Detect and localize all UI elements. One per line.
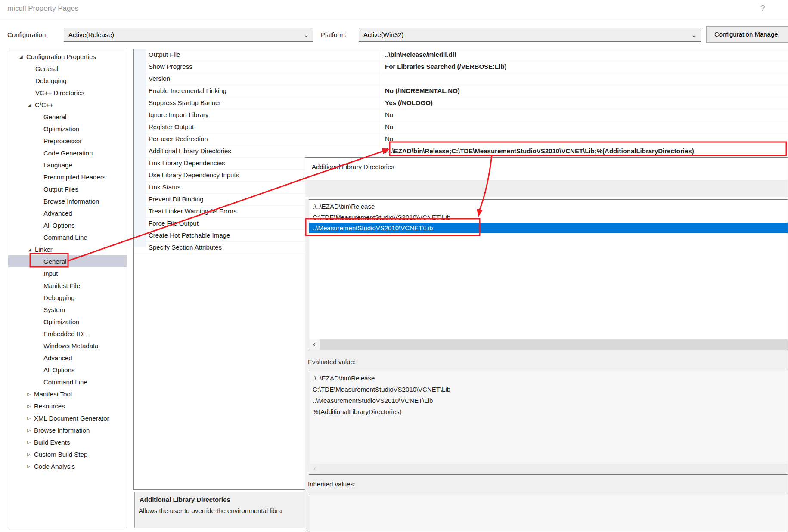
- tree-item[interactable]: Advanced: [8, 207, 127, 219]
- tree-expander-icon[interactable]: ▷: [27, 412, 34, 424]
- popup-title: Additional Library Directories: [312, 163, 394, 170]
- tree-item[interactable]: Debugging: [8, 291, 127, 303]
- tree-item-label: System: [43, 306, 65, 313]
- tree-item[interactable]: Input: [8, 267, 127, 279]
- tree-item-label: All Options: [43, 366, 75, 374]
- property-label: Suppress Startup Banner: [134, 97, 382, 109]
- tree-item[interactable]: All Options: [8, 364, 127, 376]
- tree-item[interactable]: Manifest File: [8, 279, 127, 291]
- tree-item[interactable]: Command Line: [8, 231, 127, 243]
- tree-item[interactable]: Output Files: [8, 183, 127, 195]
- tree-item[interactable]: General: [8, 255, 127, 267]
- tree-expander-icon[interactable]: ◢: [28, 244, 35, 256]
- tree-item[interactable]: All Options: [8, 219, 127, 231]
- property-value[interactable]: For Libraries Searched (/VERBOSE:Lib): [382, 61, 788, 73]
- property-value[interactable]: ..\bin\Release/micdll.dll: [382, 49, 788, 61]
- tree-item[interactable]: Advanced: [8, 352, 127, 364]
- property-row[interactable]: Suppress Startup Banner Yes (/NOLOGO): [134, 97, 788, 109]
- tree-item[interactable]: ▷Build Events: [8, 436, 127, 448]
- evaluated-line: ..\MeasurementStudioVS2010\VCNET\Lib: [313, 395, 788, 406]
- tree-item-label: Command Line: [43, 234, 87, 241]
- list-horizontal-scrollbar[interactable]: ‹: [309, 339, 788, 350]
- property-label: Version: [134, 73, 382, 85]
- tree-expander-icon[interactable]: ▷: [27, 424, 34, 436]
- property-row[interactable]: Ignore Import Library No: [134, 109, 788, 121]
- tree-expander-icon[interactable]: ▷: [27, 448, 34, 461]
- tree-item[interactable]: ▷Resources: [8, 400, 127, 412]
- tree-item[interactable]: ▷Manifest Tool: [8, 388, 127, 400]
- scroll-left-arrow-icon[interactable]: ‹: [310, 464, 320, 474]
- tree-expander-icon[interactable]: ◢: [19, 51, 26, 63]
- tree-item[interactable]: Debugging: [8, 74, 127, 87]
- platform-dropdown[interactable]: Active(Win32) ⌄: [359, 28, 701, 42]
- property-value[interactable]: No: [382, 133, 788, 145]
- tree-item[interactable]: Embedded IDL: [8, 328, 127, 340]
- property-label: Enable Incremental Linking: [134, 85, 382, 97]
- tree-expander-icon[interactable]: ▷: [27, 461, 34, 473]
- tree-item-label: General: [43, 113, 66, 121]
- tree-item[interactable]: Code Generation: [8, 147, 127, 159]
- tree-item[interactable]: Windows Metadata: [8, 340, 127, 352]
- evaluated-line: C:\TDE\MeasurementStudioVS2010\VCNET\Lib: [313, 384, 788, 395]
- tree-item[interactable]: Precompiled Headers: [8, 171, 127, 183]
- property-value[interactable]: No (/INCREMENTAL:NO): [382, 85, 788, 97]
- configuration-label: Configuration:: [7, 31, 47, 38]
- tree-item[interactable]: ◢C/C++: [8, 99, 127, 111]
- tree-item[interactable]: Optimization: [8, 315, 127, 328]
- tree-item-label: Optimization: [43, 125, 79, 133]
- tree-item[interactable]: General: [8, 62, 127, 74]
- chevron-down-icon: ⌄: [691, 28, 696, 41]
- property-row[interactable]: Output File ..\bin\Release/micdll.dll: [134, 49, 788, 61]
- tree-item[interactable]: VC++ Directories: [8, 87, 127, 99]
- tree-expander-icon[interactable]: ▷: [27, 436, 34, 448]
- tree-item-label: Resources: [34, 402, 65, 410]
- configuration-manager-button[interactable]: Configuration Manage: [706, 26, 788, 43]
- tree-item-label: Debugging: [35, 77, 67, 84]
- tree-item[interactable]: Command Line: [8, 376, 127, 388]
- tree-item[interactable]: ▷Browse Information: [8, 424, 127, 436]
- tree-item[interactable]: Optimization: [8, 123, 127, 135]
- help-icon[interactable]: ?: [760, 3, 765, 13]
- property-row[interactable]: Enable Incremental Linking No (/INCREMEN…: [134, 85, 788, 97]
- tree-item[interactable]: Preprocessor: [8, 135, 127, 147]
- description-title: Additional Library Directories: [140, 496, 230, 503]
- tree-item-label: Advanced: [43, 210, 72, 217]
- tree-expander-icon[interactable]: ◢: [28, 99, 35, 111]
- property-label: Output File: [134, 49, 382, 61]
- tree-item-label: Embedded IDL: [43, 330, 87, 337]
- configuration-dropdown[interactable]: Active(Release) ⌄: [64, 28, 313, 42]
- tree-item-label: Optimization: [43, 318, 79, 325]
- property-value[interactable]: No: [382, 109, 788, 121]
- property-value[interactable]: .\..\EZAD\bin\Release;C:\TDE\Measurement…: [382, 145, 788, 157]
- tree-item-label: Output Files: [43, 186, 78, 193]
- tree-item[interactable]: ◢Configuration Properties: [8, 50, 127, 62]
- property-value[interactable]: No: [382, 121, 788, 133]
- tree-item[interactable]: General: [8, 111, 127, 123]
- property-row[interactable]: Per-user Redirection No: [134, 133, 788, 145]
- property-value[interactable]: Yes (/NOLOGO): [382, 97, 788, 109]
- tree-item[interactable]: ◢Linker: [8, 243, 127, 255]
- tree-item[interactable]: System: [8, 303, 127, 315]
- tree-item[interactable]: ▷XML Document Generator: [8, 412, 127, 424]
- tree-expander-icon[interactable]: ▷: [27, 400, 34, 412]
- property-value[interactable]: [382, 73, 788, 85]
- tree-item[interactable]: ▷Custom Build Step: [8, 448, 127, 460]
- property-row[interactable]: Additional Library Directories .\..\EZAD…: [134, 145, 788, 158]
- directory-list-item[interactable]: ..\MeasurementStudioVS2010\VCNET\Lib: [309, 223, 788, 233]
- scrollbar-track[interactable]: [320, 339, 788, 350]
- evaluated-horizontal-scrollbar[interactable]: ‹: [310, 464, 788, 474]
- property-row[interactable]: Version: [134, 73, 788, 85]
- directory-list-item[interactable]: .\..\EZAD\bin\Release: [309, 201, 788, 212]
- scrollbar-track[interactable]: [320, 464, 788, 474]
- property-row[interactable]: Register Output No: [134, 121, 788, 133]
- tree-expander-icon[interactable]: ▷: [27, 388, 34, 400]
- tree-item[interactable]: Language: [8, 159, 127, 171]
- tree-item-label: Precompiled Headers: [43, 173, 105, 181]
- tree-item[interactable]: Browse Information: [8, 195, 127, 207]
- tree-item-label: Custom Build Step: [34, 451, 87, 458]
- property-row[interactable]: Show Progress For Libraries Searched (/V…: [134, 61, 788, 73]
- scroll-left-arrow-icon[interactable]: ‹: [309, 339, 320, 350]
- property-label: Additional Library Directories: [134, 145, 382, 157]
- directory-list-item[interactable]: C:\TDE\MeasurementStudioVS2010\VCNET\Lib: [309, 212, 788, 223]
- tree-item[interactable]: ▷Code Analysis: [8, 460, 127, 472]
